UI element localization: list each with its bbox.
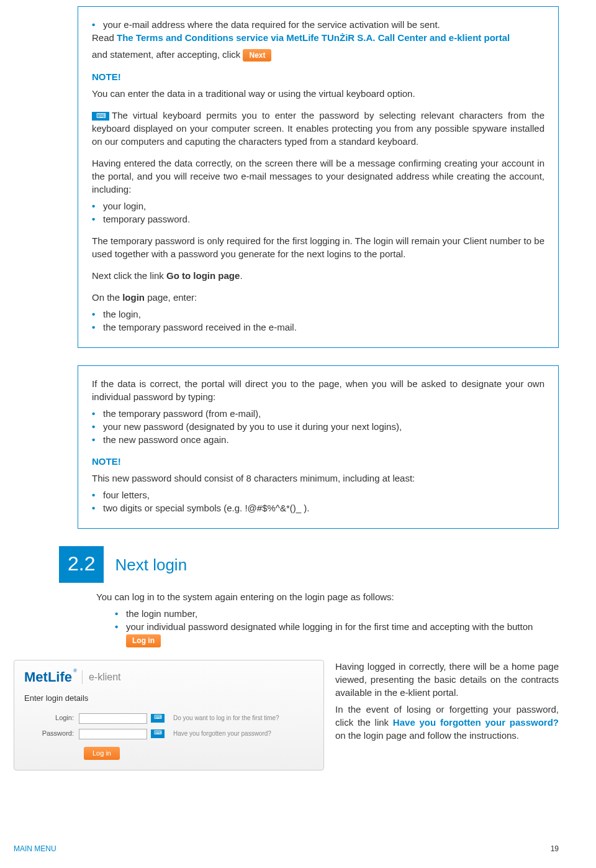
first-time-link[interactable]: Do you want to log in for the first time… — [173, 714, 279, 723]
bullet-twodigits: two digits or special symbols (e.g. !@#$… — [92, 501, 544, 514]
section-title: Next login — [115, 554, 187, 576]
vk-text: The virtual keyboard permits you to ente… — [92, 110, 544, 147]
keyboard-icon[interactable] — [151, 714, 165, 723]
logged-in-description: Having logged in correctly, there will b… — [335, 660, 559, 742]
section-header: 2.2 Next login — [59, 546, 559, 583]
bullet-tmppwd: the temporary password received in the e… — [92, 321, 544, 334]
text-statement: and statement, after accepting, click — [92, 49, 240, 60]
homepage-text: Having logged in correctly, there will b… — [335, 660, 559, 699]
bullet-yourlogin: your login, — [92, 199, 544, 212]
virtual-keyboard-paragraph: The virtual keyboard permits you to ente… — [92, 109, 544, 148]
note-label-1: NOTE! — [92, 70, 544, 83]
text-read: Read — [92, 32, 117, 43]
bullet-temppwd: temporary password. — [92, 212, 544, 226]
designate-pwd-text: If the data is correct, the portal will … — [92, 377, 544, 403]
login-label: Login: — [24, 713, 79, 723]
read-terms-line: Read The Terms and Conditions service vi… — [92, 31, 544, 44]
password-label: Password: — [24, 729, 79, 738]
bullet-email: your e-mail address where the data requi… — [92, 18, 544, 31]
text-login-bold: login — [122, 292, 145, 303]
text-enter: page, enter: — [145, 292, 197, 303]
text-period: . — [240, 270, 242, 281]
login-page-line: On the login page, enter: — [92, 291, 544, 304]
temp-password-text: The temporary password is only required … — [92, 234, 544, 260]
logo-text: MetLife — [24, 668, 72, 687]
text-follow: on the login page and follow the instruc… — [335, 730, 519, 741]
go-to-login-line: Next click the link Go to login page. — [92, 269, 544, 282]
section-number: 2.2 — [59, 546, 104, 583]
login-row: Login: Do you want to log in for the fir… — [24, 713, 314, 724]
login-input[interactable] — [79, 713, 147, 724]
statement-line: and statement, after accepting, click Ne… — [92, 48, 544, 62]
bullet-newpwd: your new password (designated by you to … — [92, 420, 544, 433]
metlife-logo: MetLife® e-klient — [24, 668, 314, 687]
text-indivpwd: your individual password designated whil… — [126, 621, 533, 632]
enter-login-details: Enter login details — [24, 693, 314, 704]
page-number: 19 — [551, 844, 559, 854]
login-widget: MetLife® e-klient Enter login details Lo… — [14, 660, 324, 770]
text-nextclick: Next click the link — [92, 270, 166, 281]
login-area: MetLife® e-klient Enter login details Lo… — [0, 660, 596, 770]
keyboard-icon — [92, 112, 109, 121]
login-button-inline[interactable]: Log in — [126, 634, 161, 647]
forgot-instructions: In the event of losing or forgetting you… — [335, 703, 559, 742]
next-button[interactable]: Next — [243, 49, 271, 62]
note-text-1: You can enter the data in a traditional … — [92, 87, 544, 100]
logo-reg-icon: ® — [73, 667, 77, 674]
note-text-2: This new password should consist of 8 ch… — [92, 472, 544, 485]
bullet-tmpfromemail: the temporary password (from e-mail), — [92, 407, 544, 420]
password-row: Password: Have you forgotten your passwo… — [24, 729, 314, 739]
bullet-loginnumber: the login number, — [115, 607, 559, 620]
footer-main-menu[interactable]: MAIN MENU — [14, 844, 56, 854]
bullet-individual-pwd: your individual password designated whil… — [115, 620, 559, 647]
password-input[interactable] — [79, 729, 147, 739]
bullet-thelogin: the login, — [92, 308, 544, 321]
section-body: You can log in to the system again enter… — [96, 590, 559, 647]
forgot-password-highlight: Have you forgotten your password? — [393, 717, 559, 728]
instruction-box-1: your e-mail address where the data requi… — [78, 6, 559, 348]
bullet-fourletters: four letters, — [92, 488, 544, 501]
text-onthe: On the — [92, 292, 122, 303]
terms-link[interactable]: The Terms and Conditions service via Met… — [117, 32, 510, 43]
logo-sub: e-klient — [82, 670, 121, 684]
instruction-box-2: If the data is correct, the portal will … — [78, 365, 559, 529]
login-submit-button[interactable]: Log in — [84, 747, 120, 760]
next-login-intro: You can log in to the system again enter… — [96, 590, 559, 603]
forgot-password-link[interactable]: Have you forgotten your password? — [173, 729, 271, 738]
page-footer: MAIN MENU 19 — [0, 844, 596, 854]
bullet-newpwdagain: the new password once again. — [92, 433, 544, 446]
go-to-login-link: Go to login page — [166, 270, 240, 281]
account-creation-text: Having entered the data correctly, on th… — [92, 157, 544, 196]
keyboard-icon[interactable] — [151, 729, 165, 738]
note-label-2: NOTE! — [92, 455, 544, 468]
